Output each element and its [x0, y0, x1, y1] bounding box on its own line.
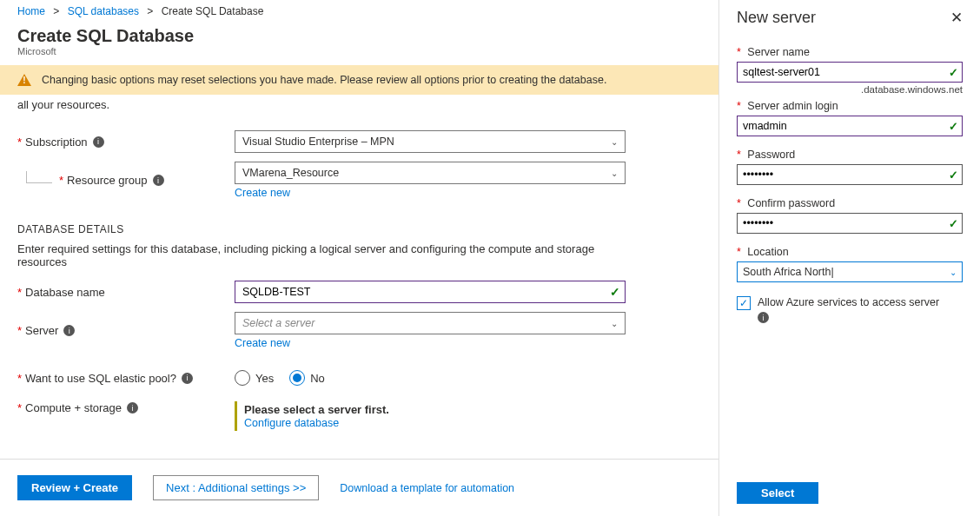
admin-login-label: Server admin login — [747, 100, 838, 112]
required-marker: * — [17, 401, 22, 414]
compute-storage-warning: Please select a server first. — [244, 403, 619, 416]
subscription-value: Visual Studio Enterprise – MPN — [242, 136, 394, 148]
required-marker: * — [17, 136, 22, 149]
elastic-pool-label: Want to use SQL elastic pool? — [25, 372, 176, 385]
required-marker: * — [17, 324, 22, 337]
warning-bar: Changing basic options may reset selecti… — [0, 65, 718, 95]
server-name-input[interactable] — [737, 62, 963, 83]
info-icon[interactable]: i — [127, 402, 138, 413]
server-label: Server — [25, 324, 58, 337]
warning-icon — [17, 74, 31, 86]
field-location: * Location South Africa North| ⌄ — [737, 246, 963, 282]
field-confirm-password: * Confirm password ✓ — [737, 197, 963, 234]
compute-storage-label: Compute + storage — [25, 401, 122, 414]
chevron-right-icon: > — [53, 5, 59, 17]
select-button[interactable]: Select — [737, 482, 818, 504]
configure-database-link[interactable]: Configure database — [244, 417, 339, 429]
section-database-details-header: DATABASE DETAILS — [17, 223, 701, 235]
row-subscription: * Subscription i Visual Studio Enterpris… — [17, 130, 701, 153]
radio-icon — [289, 370, 305, 386]
server-name-label: Server name — [747, 46, 810, 58]
database-name-input[interactable] — [235, 281, 626, 303]
form-content: all your resources. * Subscription i Vis… — [0, 95, 718, 459]
resource-group-select[interactable]: VMarena_Resource ⌄ — [235, 162, 626, 184]
checkmark-icon: ✓ — [949, 120, 958, 133]
chevron-down-icon: ⌄ — [611, 137, 618, 147]
breadcrumb-home[interactable]: Home — [17, 5, 45, 17]
required-marker: * — [737, 197, 741, 209]
subscription-label: Subscription — [25, 136, 88, 149]
required-marker: * — [737, 46, 741, 58]
location-label: Location — [747, 246, 788, 258]
chevron-down-icon: ⌄ — [611, 169, 618, 178]
radio-icon — [235, 370, 250, 386]
chevron-right-icon: > — [147, 5, 153, 17]
row-server: * Server i Select a server ⌄ Create new — [17, 312, 701, 349]
page-subtitle: Microsoft — [0, 46, 718, 65]
info-icon[interactable]: i — [63, 325, 75, 336]
elastic-pool-yes-radio[interactable]: Yes — [235, 370, 274, 386]
resource-group-label: Resource group — [67, 174, 148, 187]
required-marker: * — [737, 100, 741, 112]
info-icon[interactable]: i — [758, 312, 769, 323]
info-icon[interactable]: i — [182, 373, 193, 384]
chevron-down-icon: ⌄ — [611, 319, 618, 328]
breadcrumb-sql-databases[interactable]: SQL databases — [68, 5, 139, 17]
database-name-label: Database name — [25, 286, 105, 299]
checkmark-icon: ✓ — [949, 169, 958, 182]
breadcrumb-current: Create SQL Database — [162, 5, 264, 17]
allow-azure-label: Allow Azure services to access server — [758, 296, 939, 308]
confirm-password-input[interactable] — [737, 213, 963, 234]
blade-footer: Select — [737, 482, 963, 516]
new-server-blade: New server ✕ * Server name ✓ .database.w… — [719, 0, 980, 516]
subscription-select[interactable]: Visual Studio Enterprise – MPN ⌄ — [235, 130, 626, 153]
info-icon[interactable]: i — [153, 175, 164, 186]
review-create-button[interactable]: Review + Create — [17, 475, 132, 500]
elastic-pool-no-label: No — [310, 372, 325, 385]
location-value: South Africa North — [743, 266, 831, 278]
required-marker: * — [59, 174, 63, 187]
page-title: Create SQL Database — [0, 17, 718, 46]
elastic-pool-yes-label: Yes — [255, 372, 274, 385]
main-pane: Home > SQL databases > Create SQL Databa… — [0, 0, 719, 516]
footer-bar: Review + Create Next : Additional settin… — [0, 459, 718, 516]
elastic-pool-radio-group: Yes No — [235, 370, 626, 386]
section-database-details-desc: Enter required settings for this databas… — [17, 242, 608, 268]
checkmark-icon: ✓ — [949, 217, 958, 230]
row-database-name: * Database name ✓ — [17, 281, 701, 303]
next-additional-settings-button[interactable]: Next : Additional settings >> — [153, 475, 319, 500]
server-create-new-link[interactable]: Create new — [235, 337, 290, 349]
breadcrumb: Home > SQL databases > Create SQL Databa… — [0, 0, 718, 17]
required-marker: * — [17, 286, 22, 299]
row-compute-storage: * Compute + storage i Please select a se… — [17, 401, 701, 431]
required-marker: * — [17, 372, 22, 385]
password-input[interactable] — [737, 164, 963, 185]
truncated-text: all your resources. — [17, 95, 701, 122]
blade-header: New server ✕ — [737, 0, 963, 27]
info-icon[interactable]: i — [93, 136, 104, 148]
field-password: * Password ✓ — [737, 149, 963, 185]
row-resource-group: * Resource group i VMarena_Resource ⌄ Cr… — [17, 162, 701, 199]
row-allow-azure-services: ✓ Allow Azure services to access server … — [737, 296, 963, 323]
location-select[interactable]: South Africa North| ⌄ — [737, 261, 963, 282]
field-admin-login: * Server admin login ✓ — [737, 100, 963, 136]
confirm-password-label: Confirm password — [747, 197, 835, 209]
resource-group-value: VMarena_Resource — [242, 167, 339, 179]
required-marker: * — [737, 246, 741, 258]
blade-title: New server — [737, 9, 816, 27]
warning-text: Changing basic options may reset selecti… — [42, 74, 606, 86]
required-marker: * — [737, 149, 741, 161]
server-select[interactable]: Select a server ⌄ — [235, 312, 626, 334]
chevron-down-icon: ⌄ — [950, 268, 957, 277]
allow-azure-checkbox[interactable]: ✓ — [737, 296, 751, 310]
download-template-link[interactable]: Download a template for automation — [340, 482, 514, 494]
checkmark-icon: ✓ — [610, 285, 620, 299]
checkmark-icon: ✓ — [949, 66, 958, 79]
close-icon[interactable]: ✕ — [950, 9, 963, 27]
resource-group-create-new-link[interactable]: Create new — [235, 187, 290, 199]
elastic-pool-no-radio[interactable]: No — [289, 370, 325, 386]
admin-login-input[interactable] — [737, 116, 963, 136]
server-name-suffix: .database.windows.net — [737, 84, 963, 95]
row-elastic-pool: * Want to use SQL elastic pool? i Yes No — [17, 370, 701, 386]
server-placeholder: Select a server — [242, 317, 315, 329]
